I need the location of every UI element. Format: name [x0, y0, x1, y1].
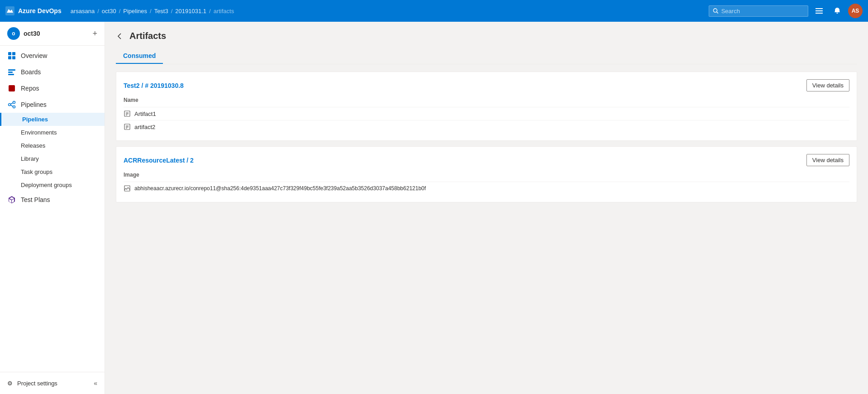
breadcrumb-build[interactable]: 20191031.1	[175, 8, 206, 14]
sidebar-item-library[interactable]: Library	[0, 152, 105, 165]
sidebar-project: o oct30 +	[0, 22, 105, 46]
tab-consumed[interactable]: Consumed	[116, 48, 163, 64]
card1-header: Test2 / # 20191030.8 View details	[124, 79, 849, 91]
card2-view-details-button[interactable]: View details	[806, 154, 849, 166]
svg-point-15	[13, 106, 15, 108]
sidebar-item-overview[interactable]: Overview	[0, 48, 105, 64]
project-initial: o	[12, 30, 15, 37]
sidebar-item-environments[interactable]: Environments	[0, 126, 105, 139]
task-groups-label: Task groups	[21, 168, 52, 175]
deployment-groups-label: Deployment groups	[21, 182, 72, 188]
card2-col-header: Image	[124, 172, 849, 178]
sidebar-item-boards[interactable]: Boards	[0, 64, 105, 80]
pipelines-parent-label: Pipelines	[21, 101, 47, 108]
environments-label: Environments	[21, 129, 57, 136]
artifact1-name: Artifact1	[134, 111, 156, 117]
breadcrumb-sep-4: /	[171, 8, 173, 14]
repos-label: Repos	[21, 85, 39, 92]
svg-rect-5	[816, 13, 823, 14]
sidebar-nav: Overview Boards	[0, 46, 105, 372]
sidebar-bottom: ⚙ Project settings «	[0, 372, 105, 394]
releases-label: Releases	[21, 142, 45, 149]
image-name: abhisheaacr.azurecr.io/conrepo11@sha256:…	[134, 185, 426, 192]
breadcrumb-arsasana[interactable]: arsasana	[71, 8, 95, 14]
main-content: Artifacts Consumed Test2 / # 20191030.8 …	[105, 22, 868, 394]
svg-rect-9	[12, 56, 15, 59]
notifications-button[interactable]	[830, 5, 844, 16]
sidebar: o oct30 + Overview	[0, 22, 105, 394]
artifact-item-2: artifact2	[124, 120, 849, 133]
svg-rect-11	[8, 72, 13, 73]
breadcrumb-pipelines[interactable]: Pipelines	[123, 8, 147, 14]
app-name: Azure DevOps	[18, 7, 62, 14]
card2-header: ACRResourceLatest / 2 View details	[124, 154, 849, 166]
project-name: oct30	[24, 30, 89, 37]
svg-point-13	[9, 104, 11, 106]
artifact-card-2: ACRResourceLatest / 2 View details Image…	[116, 146, 857, 202]
artifact-card-1: Test2 / # 20191030.8 View details Name A…	[116, 72, 857, 141]
app-logo[interactable]: Azure DevOps	[5, 6, 62, 15]
artifact-item-3: abhisheaacr.azurecr.io/conrepo11@sha256:…	[124, 182, 849, 195]
artifact1-icon	[124, 110, 131, 117]
page-title: Artifacts	[129, 31, 166, 41]
svg-line-17	[11, 105, 13, 106]
project-icon: o	[7, 27, 20, 40]
artifact-item-1: Artifact1	[124, 107, 849, 120]
breadcrumb-test3[interactable]: Test3	[154, 8, 168, 14]
overview-label: Overview	[21, 52, 47, 59]
svg-rect-3	[816, 8, 823, 9]
card2-title: ACRResourceLatest / 2	[124, 157, 194, 164]
artifact2-icon	[124, 123, 131, 130]
breadcrumb-sep-1: /	[97, 8, 99, 14]
boards-label: Boards	[21, 68, 41, 76]
breadcrumb-artifacts: artifacts	[214, 8, 234, 14]
avatar[interactable]: AS	[848, 4, 863, 18]
image-icon	[124, 185, 131, 192]
sidebar-item-releases[interactable]: Releases	[0, 139, 105, 152]
library-label: Library	[21, 155, 39, 162]
sidebar-item-deployment-groups[interactable]: Deployment groups	[0, 178, 105, 192]
tabs: Consumed	[116, 48, 857, 64]
search-input[interactable]	[721, 8, 804, 14]
test-plans-label: Test Plans	[21, 196, 50, 203]
svg-rect-8	[8, 56, 11, 59]
main-layout: o oct30 + Overview	[0, 22, 868, 394]
card1-col-header: Name	[124, 97, 849, 103]
collapse-button[interactable]: «	[94, 380, 97, 387]
svg-rect-4	[816, 10, 823, 11]
breadcrumb-sep-2: /	[119, 8, 121, 14]
topbar: Azure DevOps arsasana / oct30 / Pipeline…	[0, 0, 868, 22]
svg-rect-6	[8, 52, 11, 55]
card1-title: Test2 / # 20191030.8	[124, 82, 184, 89]
view-list-button[interactable]	[812, 5, 826, 16]
sidebar-item-pipelines[interactable]: Pipelines	[0, 113, 105, 126]
breadcrumb-sep-3: /	[150, 8, 152, 14]
sidebar-item-repos[interactable]: Repos	[0, 80, 105, 96]
repos-icon	[7, 84, 16, 93]
svg-point-1	[713, 9, 717, 12]
sidebar-item-pipelines-parent[interactable]: Pipelines	[0, 96, 105, 113]
svg-point-14	[13, 101, 15, 104]
pipelines-icon	[7, 100, 16, 109]
overview-icon	[7, 51, 16, 60]
sidebar-item-task-groups[interactable]: Task groups	[0, 165, 105, 178]
project-settings-label: Project settings	[17, 380, 57, 387]
svg-line-16	[11, 103, 13, 104]
breadcrumb: arsasana / oct30 / Pipelines / Test3 / 2…	[71, 8, 709, 14]
back-button[interactable]	[116, 32, 124, 40]
svg-rect-7	[12, 52, 15, 55]
add-project-button[interactable]: +	[92, 29, 97, 38]
sidebar-item-test-plans[interactable]: Test Plans	[0, 192, 105, 208]
artifact2-name: artifact2	[134, 124, 155, 130]
breadcrumb-sep-5: /	[209, 8, 211, 14]
project-settings-item[interactable]: ⚙ Project settings «	[0, 376, 105, 390]
settings-icon: ⚙	[7, 380, 13, 387]
breadcrumb-oct30[interactable]: oct30	[102, 8, 116, 14]
svg-line-2	[717, 12, 718, 13]
pipelines-sub-label: Pipelines	[22, 116, 48, 123]
test-plans-icon	[7, 195, 16, 204]
search-box[interactable]	[709, 5, 808, 17]
card1-view-details-button[interactable]: View details	[806, 79, 849, 91]
topbar-right: AS	[709, 4, 863, 18]
svg-rect-12	[8, 74, 14, 75]
